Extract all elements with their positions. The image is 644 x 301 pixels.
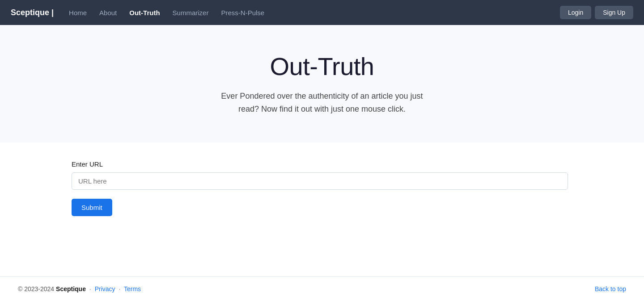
main-content: Enter URL Submit	[0, 142, 644, 276]
navbar: Sceptique | Home About Out-Truth Summari…	[0, 0, 644, 25]
hero-section: Out-Truth Ever Pondered over the authent…	[0, 25, 644, 142]
login-button[interactable]: Login	[560, 6, 591, 19]
footer: © 2023-2024 Sceptique · Privacy · Terms …	[0, 276, 644, 301]
nav-brand: Sceptique |	[11, 8, 54, 17]
footer-right: Back to top	[595, 285, 626, 293]
nav-left: Sceptique | Home About Out-Truth Summari…	[11, 6, 269, 19]
hero-subtitle: Ever Pondered over the authenticity of a…	[215, 90, 429, 116]
hero-title: Out-Truth	[9, 52, 635, 81]
submit-button[interactable]: Submit	[72, 199, 112, 216]
nav-link-home[interactable]: Home	[64, 6, 91, 19]
footer-left: © 2023-2024 Sceptique · Privacy · Terms	[18, 285, 141, 293]
footer-copyright: © 2023-2024	[18, 285, 54, 293]
footer-dot-1: ·	[89, 285, 91, 293]
footer-brand: Sceptique	[56, 285, 86, 293]
back-to-top-button[interactable]: Back to top	[595, 285, 626, 293]
signup-button[interactable]: Sign Up	[595, 6, 633, 19]
nav-link-pressnpulse[interactable]: Press-N-Pulse	[216, 6, 269, 19]
footer-dot-2: ·	[119, 285, 120, 293]
nav-links: Home About Out-Truth Summarizer Press-N-…	[64, 6, 269, 19]
nav-link-summarizer[interactable]: Summarizer	[168, 6, 213, 19]
footer-privacy-link[interactable]: Privacy	[95, 285, 115, 293]
nav-link-about[interactable]: About	[95, 6, 121, 19]
url-input[interactable]	[72, 172, 568, 190]
footer-terms-link[interactable]: Terms	[124, 285, 141, 293]
nav-right: Login Sign Up	[560, 6, 633, 19]
nav-link-outtruth[interactable]: Out-Truth	[125, 6, 164, 19]
url-label: Enter URL	[72, 160, 572, 168]
